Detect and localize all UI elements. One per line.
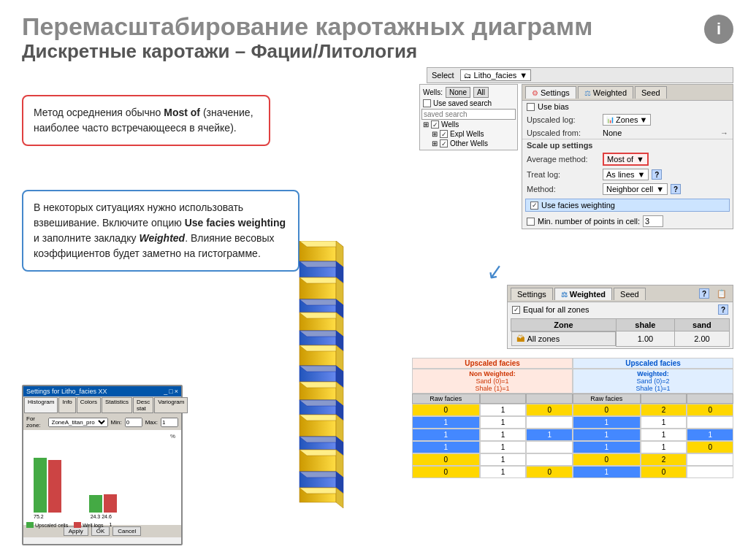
facies-header-row: Upscaled facies Upscaled facies — [412, 358, 733, 369]
equal-for-all-row: Equal for all zones ? — [508, 302, 733, 317]
weighted-panel-help-icon[interactable]: ? — [696, 287, 712, 300]
histogram-controls-row: For zone: ZoneA_titan_pro Min: Max: — [23, 414, 181, 430]
wells-none-button[interactable]: None — [446, 87, 470, 98]
average-method-select[interactable]: Most of ▼ — [603, 153, 649, 166]
subtitle: Дискретные каротажи – Фации/Литология — [22, 40, 726, 63]
callout-red-text: Метод осреднения обычно Most of (значени… — [34, 107, 253, 134]
upscaled-facies-right-header: Upscaled facies — [573, 358, 733, 369]
wells-all-button[interactable]: All — [473, 87, 489, 98]
select-chevron-icon[interactable]: ▼ — [519, 71, 527, 80]
cell-r1-c5: 2 — [641, 404, 687, 416]
upscaled-right-label: Upscaled facies — [625, 359, 681, 367]
use-facies-weighting-checkbox[interactable] — [530, 202, 538, 210]
sand-value-cell[interactable]: 2.00 — [674, 331, 729, 347]
treat-log-select[interactable]: As lines ▼ — [603, 169, 649, 180]
for-zone-select[interactable]: ZoneA_titan_pro — [48, 418, 108, 427]
empty-col-3 — [641, 394, 687, 404]
bar-red-1 — [48, 460, 61, 513]
empty-col-1 — [480, 394, 527, 404]
tab-seed[interactable]: Seed — [635, 86, 667, 99]
tree-expand-icon[interactable]: ⊞ — [423, 120, 429, 129]
raw-facies-left-col: Raw facies — [412, 394, 480, 404]
facies-data-row-4: 1 1 1 1 0 — [412, 441, 733, 453]
treat-log-chevron[interactable]: ▼ — [638, 170, 646, 179]
callout-red: Метод осреднения обычно Most of (значени… — [22, 95, 270, 146]
hist-tab-histogram[interactable]: Histogram — [24, 397, 58, 413]
use-facies-weighting-label: Use facies weighting — [541, 201, 615, 210]
facies-data-row-3: 1 1 1 1 1 1 — [412, 429, 733, 441]
histogram-maximize-icon[interactable]: □ — [169, 388, 172, 395]
saved-search-input[interactable] — [421, 109, 516, 120]
cell-r6-c3: 0 — [526, 466, 573, 478]
upscaled-from-arrow-icon[interactable]: → — [720, 129, 728, 137]
max-label: Max: — [145, 419, 158, 426]
upscaled-from-row: Upscaled from: None → — [522, 127, 733, 139]
tab-settings-label: Settings — [541, 88, 570, 97]
tab-weighted-label: Weighted — [593, 88, 627, 97]
method-help-icon[interactable]: ? — [671, 184, 681, 194]
weighted-tab-weighted[interactable]: ⚖ Weighted — [554, 288, 612, 300]
histogram-minimize-icon[interactable]: _ — [164, 388, 167, 395]
equal-help-icon[interactable]: ? — [718, 304, 728, 315]
min-points-input[interactable] — [643, 215, 663, 227]
upscaled-from-value: None — [603, 129, 622, 137]
settings-tabs: ⚙ Settings ⚖ Weighted Seed — [522, 85, 733, 101]
hist-tab-colors[interactable]: Colors — [77, 397, 101, 413]
other-expand-icon[interactable]: ⊞ — [432, 139, 438, 147]
weighted-tab-settings[interactable]: Settings — [511, 288, 553, 300]
hist-tab-info[interactable]: Info — [58, 397, 75, 413]
wells-checkbox[interactable] — [431, 120, 439, 129]
method-select[interactable]: Neighbor cell ▼ — [603, 183, 668, 195]
cell-r6-c1: 0 — [412, 466, 480, 478]
histogram-close-icon[interactable]: × — [175, 388, 178, 395]
upscaled-facies-left-header: Upscaled facies — [412, 358, 573, 369]
legend-raw-label: Well logs — [83, 523, 103, 528]
cell-r4-c1: 1 — [412, 441, 480, 453]
tab-settings[interactable]: ⚙ Settings — [525, 86, 576, 99]
method-chevron[interactable]: ▼ — [656, 185, 664, 193]
use-saved-search-checkbox[interactable] — [423, 99, 431, 107]
histogram-window: Settings for Litho_facies XX _ □ × Histo… — [22, 385, 183, 545]
average-method-chevron[interactable]: ▼ — [636, 155, 644, 164]
legend-number: 1 — [109, 522, 112, 528]
histogram-titlebar: Settings for Litho_facies XX _ □ × — [23, 386, 181, 396]
raw-facies-right-col: Raw facies — [573, 394, 641, 404]
use-bias-checkbox[interactable] — [527, 103, 535, 111]
non-weighted-label: Non Weighted:Sand (0)=1Shale (1)=1 — [412, 369, 573, 394]
weighted-panel-copy-icon[interactable]: 📋 — [714, 288, 730, 300]
other-wells-checkbox[interactable] — [440, 139, 448, 147]
histogram-body: % 75.2 24.3 24.6 Upscaled cells — [23, 430, 181, 525]
min-input[interactable] — [125, 418, 142, 427]
weighted-label: Weighted:Sand (0)=2Shale (1)=1 — [573, 369, 733, 394]
upscaled-log-select[interactable]: 📊 Zones ▼ — [603, 114, 651, 126]
wells-tree-item: ⊞ Wells — [421, 120, 516, 129]
min-points-row: Min. number of points in cell: — [522, 214, 733, 229]
min-points-label: Min. number of points in cell: — [538, 217, 640, 226]
max-input[interactable] — [161, 418, 178, 427]
facies-col-headers: Raw facies Raw facies — [412, 394, 733, 404]
min-points-checkbox[interactable] — [527, 218, 535, 226]
expl-wells-checkbox[interactable] — [440, 130, 448, 138]
use-bias-label: Use bias — [538, 102, 569, 111]
facies-comparison-area: Upscaled facies Upscaled facies Non Weig… — [412, 358, 733, 478]
upscaled-log-chevron[interactable]: ▼ — [640, 115, 648, 124]
shale-header: shale — [616, 319, 674, 331]
average-method-label: Average method: — [527, 155, 600, 164]
expl-expand-icon[interactable]: ⊞ — [432, 130, 438, 138]
weighted-tab-weighted-label: Weighted — [570, 290, 606, 299]
cell-r1-c6: 0 — [687, 404, 733, 416]
equal-for-all-checkbox[interactable] — [512, 306, 520, 314]
select-dropdown[interactable]: 🗂 Litho_facies ▼ — [460, 69, 532, 81]
tab-weighted[interactable]: ⚖ Weighted — [578, 86, 633, 99]
weighted-tab-seed[interactable]: Seed — [614, 288, 646, 300]
wells-label: Wells: — [423, 88, 443, 96]
hist-tab-statistics[interactable]: Statistics — [102, 397, 132, 413]
facies-subheader-row: Non Weighted:Sand (0)=1Shale (1)=1 Weigh… — [412, 369, 733, 394]
shale-value-cell[interactable]: 1.00 — [616, 331, 674, 347]
hist-tab-desc[interactable]: Desc stat — [133, 397, 153, 413]
wells-panel: Wells: None All Use saved search ⊞ Wells… — [419, 84, 518, 150]
weighted-tab-settings-label: Settings — [517, 290, 546, 299]
hist-tab-variogram[interactable]: Variogram — [154, 397, 188, 413]
treat-log-help-icon[interactable]: ? — [652, 169, 662, 180]
cell-r5-c5: 2 — [641, 453, 687, 466]
